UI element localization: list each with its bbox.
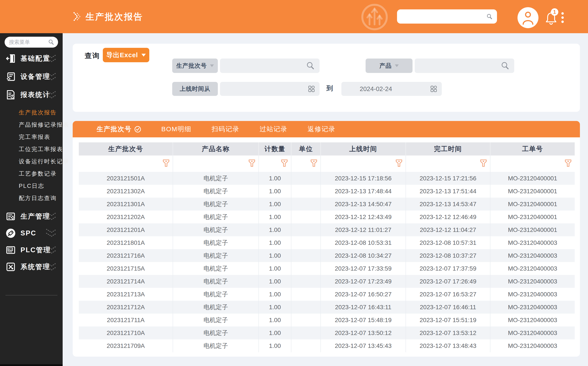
column-header[interactable]: 生产批次号 (79, 142, 173, 155)
sidebar-item-2[interactable]: 设备管理 (0, 70, 63, 83)
time-to-input[interactable] (341, 85, 430, 93)
export-excel-button[interactable]: 导出Excel (103, 48, 149, 62)
tab-1-active[interactable]: 生产批次号 (97, 125, 141, 134)
product-search-input[interactable] (415, 62, 501, 69)
table-cell: 电机定子 (173, 211, 259, 223)
column-header[interactable]: 完工时间 (406, 142, 491, 155)
table-row[interactable]: 2023121301A电机定子1.002023-12-13 14:50:4720… (79, 198, 575, 211)
column-header[interactable]: 单位 (291, 142, 321, 155)
filter-funnel-icon[interactable] (248, 159, 255, 168)
table-header-row: 生产批次号产品名称计数量单位上线时间完工时间工单号 (79, 142, 575, 155)
batch-search-box (220, 59, 320, 73)
filter-funnel-icon[interactable] (480, 159, 487, 168)
column-filter-cell[interactable] (491, 155, 575, 172)
search-icon[interactable] (306, 61, 315, 70)
table-row[interactable]: 2023121716A电机定子1.002023-12-08 10:34:2720… (79, 249, 575, 262)
table-row[interactable]: 2023121302A电机定子1.002023-12-13 17:48:4420… (79, 185, 575, 198)
tab-3[interactable]: 扫码记录 (211, 125, 239, 134)
export-excel-label: 导出Excel (106, 51, 138, 60)
filter-funnel-icon[interactable] (163, 159, 170, 168)
expand-chevrons-icon (45, 245, 58, 255)
kebab-dot (561, 12, 564, 15)
time-from-input[interactable] (220, 85, 308, 93)
tab-5[interactable]: 返修记录 (307, 125, 335, 134)
sidebar-item-4[interactable]: 生产管理 (0, 210, 63, 223)
sidebar-item-3[interactable]: 报表统计 (0, 88, 63, 101)
table-cell: 2023-12-12 11:04:27 (406, 223, 491, 236)
table-row[interactable]: 2023121714A电机定子1.002023-12-07 17:23:4920… (79, 275, 575, 288)
filter-funnel-icon[interactable] (310, 159, 317, 168)
system-tool-icon (6, 262, 16, 272)
table-row[interactable]: 2023121201A电机定子1.002023-12-12 11:01:2720… (79, 223, 575, 236)
sidebar-subitem[interactable]: 工艺参数记录 (0, 168, 63, 180)
tab-label: BOM明细 (161, 125, 191, 134)
date-grid-icon[interactable] (430, 86, 437, 92)
main-content: 查询 导出Excel 生产批次号 产品 (63, 33, 588, 366)
table-cell: 2023121302A (79, 185, 173, 198)
column-filter-cell[interactable] (406, 155, 491, 172)
table-row[interactable]: 2023121801A电机定子1.002023-12-08 10:53:3120… (79, 236, 575, 249)
table-cell: 1.00 (259, 185, 291, 198)
table-cell: 2023121714A (79, 275, 173, 288)
table-cell (291, 275, 321, 288)
table-row[interactable]: 2023121713A电机定子1.002023-12-07 16:50:2720… (79, 288, 575, 301)
header-search-input[interactable] (397, 13, 486, 20)
more-menu-button[interactable] (561, 12, 564, 23)
column-filter-cell[interactable] (321, 155, 406, 172)
table-row[interactable]: 2023121202A电机定子1.002023-12-12 12:43:4920… (79, 211, 575, 223)
time-from-field-label[interactable]: 上线时间从 (172, 82, 218, 96)
table-row[interactable]: 2023121712A电机定子1.002023-12-07 16:43:1120… (79, 301, 575, 313)
sidebar-subitem[interactable]: 完工率报表 (0, 131, 63, 143)
table-cell: 2023-12-07 15:48:19 (321, 313, 406, 327)
sidebar-search-input[interactable] (8, 39, 48, 46)
caret-down-icon (210, 64, 214, 67)
person-icon (521, 11, 535, 25)
table-cell: MO-23120400003 (491, 288, 575, 301)
page-title-block: 生产批次报告 (73, 0, 143, 33)
batch-search-input[interactable] (220, 62, 306, 69)
filter-funnel-icon[interactable] (395, 159, 402, 168)
sidebar-item-5[interactable]: SPC (0, 227, 63, 240)
table-cell: MO-23120400003 (491, 301, 575, 313)
table-cell: MO-23120400003 (491, 339, 575, 352)
sidebar-item-1[interactable]: 基础配置 (0, 52, 63, 65)
sidebar-subitem-active[interactable]: 生产批次报告 (0, 106, 63, 119)
date-grid-icon[interactable] (308, 86, 315, 92)
table-row[interactable]: 2023121501A电机定子1.002023-12-15 17:18:5620… (79, 172, 575, 185)
table-row[interactable]: 2023121710A电机定子1.002023-12-07 13:50:1220… (79, 327, 575, 339)
table-row[interactable]: 2023121709A电机定子1.002023-12-07 13:45:4320… (79, 339, 575, 352)
column-filter-cell[interactable] (173, 155, 259, 172)
table-cell: MO-23120400003 (491, 249, 575, 262)
notifications-button[interactable]: 1 (545, 11, 560, 26)
tab-2[interactable]: BOM明细 (161, 125, 191, 134)
filter-funnel-icon[interactable] (281, 159, 288, 168)
table-cell: 2023-12-07 16:50:27 (321, 288, 406, 301)
column-filter-cell[interactable] (259, 155, 291, 172)
column-header[interactable]: 产品名称 (173, 142, 259, 155)
column-header[interactable]: 工单号 (491, 142, 575, 155)
sidebar-item-7[interactable]: 系统管理 (0, 260, 63, 273)
tab-label: 扫码记录 (211, 125, 239, 134)
product-field-selector[interactable]: 产品 (365, 59, 412, 73)
sidebar-subitem[interactable]: 配方日志查询 (0, 192, 63, 204)
sidebar-item-6[interactable]: PLCPLC管理 (0, 244, 63, 257)
column-header[interactable]: 计数量 (259, 142, 291, 155)
filter-funnel-icon[interactable] (565, 159, 572, 168)
column-header[interactable]: 上线时间 (321, 142, 406, 155)
tab-4[interactable]: 过站记录 (260, 125, 287, 134)
table-row[interactable]: 2023121715A电机定子1.002023-12-07 17:33:5920… (79, 262, 575, 275)
column-filter-cell[interactable] (291, 155, 321, 172)
table-cell: 2023-12-07 13:50:12 (321, 327, 406, 339)
column-filter-cell[interactable] (79, 155, 173, 172)
user-avatar[interactable] (518, 7, 538, 28)
search-icon[interactable] (486, 12, 493, 21)
table-row[interactable]: 2023121711A电机定子1.002023-12-07 15:48:1920… (79, 313, 575, 327)
batch-table: 生产批次号产品名称计数量单位上线时间完工时间工单号 2023121501A电机定… (79, 142, 575, 352)
search-icon[interactable] (501, 61, 509, 70)
sidebar-subitem[interactable]: 设备运行时长记录 (0, 155, 63, 168)
table-cell: 2023-12-07 15:51:19 (406, 313, 491, 327)
sidebar-subitem[interactable]: PLC日志 (0, 180, 63, 192)
sidebar-subitem[interactable]: 产品报修记录报表 (0, 119, 63, 131)
sidebar-subitem[interactable]: 工位完工率报表 (0, 143, 63, 155)
batch-field-selector[interactable]: 生产批次号 (172, 59, 218, 73)
